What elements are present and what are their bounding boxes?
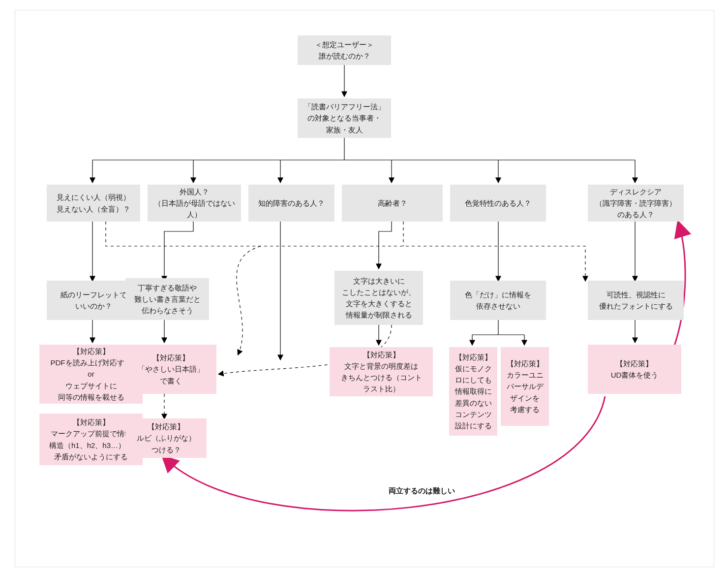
text: 差異のない [455,397,492,409]
text: のある人？ [595,209,676,220]
text: バーサルデ [507,381,544,392]
sol-ruby-furigana: 【対応策】 ルビ（ふりがな） つける？ [125,418,207,458]
text: きちんとつける（コント [341,372,422,383]
text: 見えない人（全盲）？ [57,203,130,215]
text: 伝わらなさそう [134,305,201,316]
node-subroot: 「読書バリアフリー法」 の対象となる当事者・ 家族・友人 [298,98,391,138]
text: 情報取得に [455,385,492,397]
text: （日本語が母語ではない [154,197,235,209]
sol-contrast-ratio: 【対応策】 文字と背景の明度差は きちんとつける（コント ラスト比） [330,347,433,396]
text: 丁寧すぎる敬語や [134,282,201,293]
group-low-vision: 見えにくい人（弱視） 見えない人（全盲）？ [47,185,140,222]
group-dyslexia: ディスレクシア （識字障害・読字障害） のある人？ [588,185,684,222]
text: 設計にする [455,420,492,431]
text: 考慮する [507,404,544,415]
text: ザインを [507,392,544,404]
group-color-vision: 色覚特性のある人？ [450,185,546,222]
text: 色覚特性のある人？ [465,197,531,209]
group-elderly: 高齢者？ [342,185,443,222]
text: 家族・友人 [304,124,385,135]
text: UD書体を使う [611,369,659,381]
text: ルビ（ふりがな） [137,432,196,444]
mid-polite-words: 丁寧すぎる敬語や 難しい書き言葉だと 伝わらなさそう [125,278,209,320]
text: 紙のリーフレットで [61,289,127,300]
text: 優れたフォントにする [599,300,673,312]
text: 文字は大きいに [342,275,416,287]
text: 可読性、視認性に [599,289,673,300]
text: 【対応策】 [137,421,196,432]
text: ロにしても [455,374,492,385]
text: or [51,368,132,380]
text: 高齢者？ [378,197,407,209]
text: 人） [154,209,235,220]
text: 文字と背景の明度差は [341,360,422,372]
text: 依存させない [465,300,531,312]
text: こしたことはないが、 [342,287,416,298]
text: ラスト比） [341,383,422,394]
text: 「やさしい日本語」 [138,363,204,375]
text: 構造（h1、h2、h3…）に [49,440,133,451]
text: ディスレクシア [595,186,676,197]
text: PDFを読み上げ対応する [51,357,132,368]
text: 知的障害のある人？ [258,197,325,209]
text: で書く [138,375,204,386]
note-difficult-both: 両立するのは難しい [389,486,455,496]
text: ＜想定ユーザー＞ [315,39,374,50]
text: 情報量が制限される [342,309,416,320]
text: 「読書バリアフリー法」 [304,101,385,112]
group-foreigner: 外国人？ （日本語が母語ではない 人） [148,185,241,222]
text: 同等の情報を載せる [51,391,132,403]
sol-mono-content: 【対応策】 仮にモノク ロにしても 情報取得に 差異のない コンテンツ 設計にす… [449,347,497,436]
sol-ud-font: 【対応策】 UD書体を使う [588,345,681,394]
node-root: ＜想定ユーザー＞ 誰が読むのか？ [298,35,391,65]
text: 矛盾がないようにする [49,451,133,462]
text: の対象となる当事者・ [304,112,385,124]
text: 難しい書き言葉だと [134,293,201,305]
text: （識字障害・読字障害） [595,197,676,209]
text: 文字を大きくすると [342,298,416,309]
text: コンテンツ [455,409,492,420]
text: いいのか？ [61,300,127,312]
text: 誰が読むのか？ [315,50,374,62]
text: つける？ [137,444,196,455]
sol-cud: 【対応策】 カラーユニ バーサルデ ザインを 考慮する [501,347,549,426]
text: 【対応策】 [49,416,133,428]
text: 色「だけ」に情報を [465,289,531,300]
mid-color-only: 色「だけ」に情報を 依存させない [450,281,546,320]
text: 【対応策】 [341,349,422,360]
text: 仮にモノク [455,363,492,374]
text: 見えにくい人（弱視） [57,192,130,203]
text: 外国人？ [154,186,235,197]
text: 【対応策】 [507,358,544,369]
sol-easy-japanese: 【対応策】 「やさしい日本語」 で書く [125,345,216,394]
text: ウェブサイトに [51,380,132,391]
mid-font-size: 文字は大きいに こしたことはないが、 文字を大きくすると 情報量が制限される [334,271,423,325]
text: 【対応策】 [455,352,492,363]
text: カラーユニ [507,369,544,381]
text: 【対応策】 [138,352,204,363]
text: マークアップ前提で情報 [49,428,133,439]
text: 【対応策】 [611,358,659,369]
mid-font-readability: 可読性、視認性に 優れたフォントにする [588,281,684,320]
text: 【対応策】 [51,346,132,357]
group-intellectual: 知的障害のある人？ [248,185,334,222]
